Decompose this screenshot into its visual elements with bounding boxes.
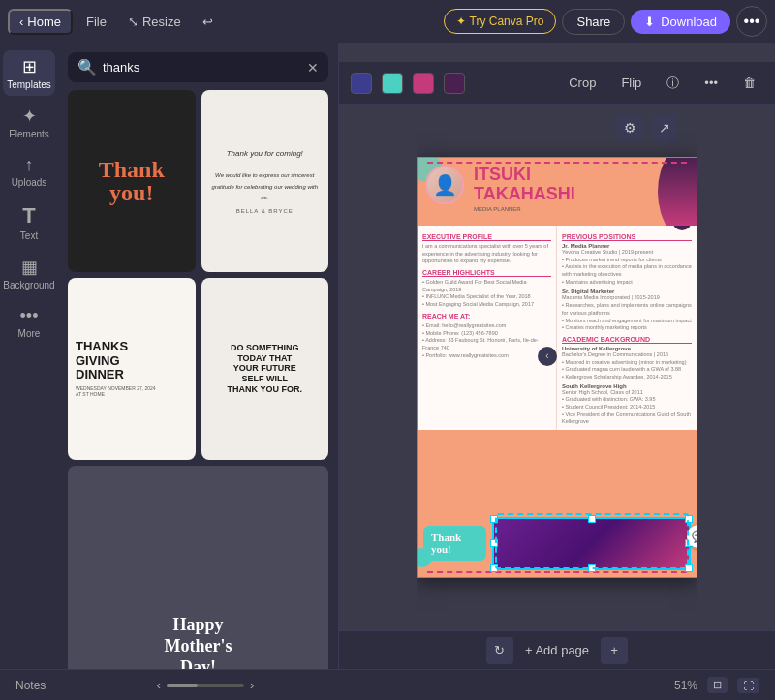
zoom-fit-button[interactable]: ⊡ xyxy=(707,677,728,693)
sidebar-item-background[interactable]: ▦ Background xyxy=(3,251,55,296)
search-icon: 🔍 xyxy=(78,58,97,76)
page-share-button[interactable]: ↗ xyxy=(651,114,678,141)
info-button[interactable]: ⓘ xyxy=(659,71,687,96)
resume-name-section: ITSUKI TAKAHASHI MEDIA PLANNER xyxy=(474,166,575,218)
download-label: Download xyxy=(661,15,717,29)
download-button[interactable]: ⬇ Download xyxy=(631,10,730,34)
text-icon: T xyxy=(22,203,35,228)
template-card-3[interactable]: THANKSGIVINGDINNER WEDNESDAY NOVEMBER 27… xyxy=(68,278,196,460)
resume-title: MEDIA PLANNER xyxy=(474,206,575,212)
status-bar: Notes ‹ › 51% ⊡ ⛶ xyxy=(0,669,775,700)
try-pro-label: Try Canva Pro xyxy=(470,15,544,28)
color-swatch-4[interactable] xyxy=(444,73,465,94)
color-swatch-2[interactable] xyxy=(382,73,403,94)
elements-icon: ✦ xyxy=(22,106,37,127)
sidebar-item-more[interactable]: ••• More xyxy=(3,300,55,345)
notes-next-button[interactable]: › xyxy=(250,678,254,692)
sidebar-label-elements: Elements xyxy=(9,129,49,139)
flip-button[interactable]: Flip xyxy=(613,72,649,94)
thankyou-section: Thankyou! 💬 xyxy=(418,509,697,577)
avatar: 👤 xyxy=(425,166,464,204)
school1-bullets: • Majored in creative advertising (minor… xyxy=(562,359,692,381)
template-card-5[interactable]: HappyMother'sDay! All the love from bake… xyxy=(68,466,328,669)
uploads-icon: ↑ xyxy=(25,155,34,175)
add-page-label: + Add page xyxy=(525,643,589,657)
templates-icon: ⊞ xyxy=(22,56,37,77)
star-icon: ✦ xyxy=(456,15,466,28)
home-label: Home xyxy=(27,15,61,29)
resize-label: Resize xyxy=(142,15,181,29)
more-options-button[interactable]: ••• xyxy=(736,6,767,37)
bottom-bar: ↻ + Add page + xyxy=(339,630,775,669)
canvas-document[interactable]: 👤 ITSUKI TAKAHASHI MEDIA PLANNER xyxy=(417,157,698,578)
executive-heading: EXECUTIVE PROFILE xyxy=(422,233,551,241)
template-card-2[interactable]: Thank you for coming!We would like to ex… xyxy=(202,90,329,272)
home-button[interactable]: ‹ Home xyxy=(8,9,73,35)
job2-company: Macanta Media Incorporated | 2015-2019 xyxy=(562,294,692,302)
more-icon: ••• xyxy=(20,306,39,326)
delete-button[interactable]: 🗑 xyxy=(735,72,763,94)
refresh-button[interactable]: ↻ xyxy=(486,637,513,664)
delete-icon: 🗑 xyxy=(743,76,756,90)
share-button[interactable]: Share xyxy=(562,9,625,35)
thankyou-text: Thankyou! xyxy=(431,532,479,555)
color-swatch-3[interactable] xyxy=(413,73,434,94)
thankyou-right-element[interactable] xyxy=(492,517,691,570)
avatar-image: 👤 xyxy=(427,167,462,202)
file-button[interactable]: File xyxy=(78,11,114,33)
chevron-left-icon: ‹ xyxy=(19,15,23,29)
academic-heading: ACADEMIC BACKGROUND xyxy=(562,336,692,344)
sidebar-label-more: More xyxy=(18,328,41,339)
crop-label: Crop xyxy=(569,76,596,90)
background-icon: ▦ xyxy=(21,257,38,278)
sidebar-item-elements[interactable]: ✦ Elements xyxy=(3,100,55,145)
sidebar-label-background: Background xyxy=(3,280,54,290)
template-card-1[interactable]: Thankyou! xyxy=(68,90,196,272)
resize-button[interactable]: ⤡ Resize xyxy=(120,11,189,33)
canvas-more-icon: ••• xyxy=(704,76,718,90)
notes-slider[interactable] xyxy=(167,684,244,687)
career-bullets: • Golden Guild Award For Best Social Med… xyxy=(422,279,551,309)
canvas-area: ‹ Crop Flip ⓘ ••• 🗑 xyxy=(339,43,775,669)
previous-heading: PREVIOUS POSITIONS xyxy=(562,233,692,241)
canvas-wrapper: ⚙ ↗ 👤 I xyxy=(417,105,698,630)
resume-name-line2: TAKAHASHI xyxy=(474,185,575,204)
templates-grid: Thankyou! Thank you for coming!We would … xyxy=(58,90,338,669)
resume-right-col: PREVIOUS POSITIONS Jr. Media Planner Yev… xyxy=(557,226,697,430)
resume-left-col: EXECUTIVE PROFILE I am a communications … xyxy=(418,226,557,430)
canvas-more-button[interactable]: ••• xyxy=(697,72,726,94)
job1-bullets: • Produces market trend reports for clie… xyxy=(562,257,692,287)
sidebar-item-uploads[interactable]: ↑ Uploads xyxy=(3,149,55,194)
sidebar-label-text: Text xyxy=(20,230,38,241)
sidebar-item-templates[interactable]: ⊞ Templates xyxy=(3,50,55,96)
search-clear-button[interactable]: ✕ xyxy=(307,60,319,76)
undo-button[interactable]: ↩ xyxy=(195,11,221,33)
try-pro-button[interactable]: ✦ Try Canva Pro xyxy=(444,9,557,34)
resume-body: EXECUTIVE PROFILE I am a communications … xyxy=(418,226,697,430)
topbar: ‹ Home File ⤡ Resize ↩ ✦ Try Canva Pro S… xyxy=(0,0,775,43)
color-swatch-1[interactable] xyxy=(351,73,372,94)
executive-text: I am a communications specialist with ov… xyxy=(422,243,551,265)
add-button[interactable]: + xyxy=(601,637,628,664)
crop-button[interactable]: Crop xyxy=(561,72,604,94)
school2-bullets: • Graduated with distinction: GWA: 3.95 … xyxy=(562,396,692,426)
collapse-panel-button[interactable]: ‹ xyxy=(538,347,557,366)
add-page-button[interactable]: + Add page xyxy=(525,643,589,657)
reach-heading: REACH ME AT: xyxy=(422,313,551,320)
search-bar: 🔍 ✕ xyxy=(68,52,328,82)
search-input[interactable] xyxy=(103,60,301,75)
left-sidebar: ⊞ Templates ✦ Elements ↑ Uploads T Text … xyxy=(0,43,58,669)
resume-name-line1: ITSUKI xyxy=(474,166,575,185)
zoom-fullscreen-button[interactable]: ⛶ xyxy=(737,678,760,693)
share-label: Share xyxy=(576,15,610,29)
flip-label: Flip xyxy=(621,76,641,90)
zoom-level: 51% xyxy=(674,679,698,692)
download-icon: ⬇ xyxy=(644,15,655,29)
notes-prev-button[interactable]: ‹ xyxy=(157,678,161,692)
job1-company: Yevona Creative Studio | 2019-present xyxy=(562,249,692,257)
sidebar-item-text[interactable]: T Text xyxy=(3,198,55,247)
career-heading: CAREER HIGHLIGHTS xyxy=(422,269,551,277)
page-settings-button[interactable]: ⚙ xyxy=(616,114,643,141)
undo-icon: ↩ xyxy=(202,15,213,29)
template-card-4[interactable]: DO SOMETHINGTODAY THATYOUR FUTURESELF WI… xyxy=(202,278,329,460)
